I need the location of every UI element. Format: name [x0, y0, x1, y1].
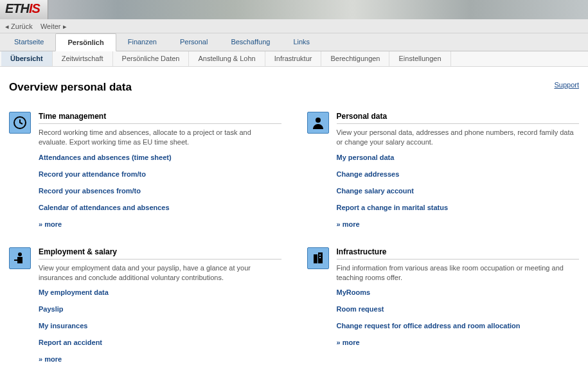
- section-desc: View your personal data, addresses and p…: [337, 128, 580, 147]
- link-change-addresses[interactable]: Change addresses: [337, 170, 580, 178]
- link-myrooms[interactable]: MyRooms: [337, 288, 580, 296]
- svg-rect-7: [319, 254, 321, 256]
- sub-tab--bersicht[interactable]: Übersicht: [1, 51, 53, 66]
- building-icon: [307, 247, 329, 269]
- main-tab-finanzen[interactable]: Finanzen: [116, 33, 168, 51]
- section-desc: Record working time and absences, alloca…: [39, 128, 281, 147]
- sub-tab-anstellung-lohn[interactable]: Anstellung & Lohn: [189, 51, 265, 66]
- logo-part1: ETH: [5, 1, 29, 15]
- svg-point-1: [18, 252, 22, 256]
- section-title: Personal data: [337, 112, 580, 124]
- more-link[interactable]: » more: [39, 355, 281, 363]
- main-tab-beschaffung[interactable]: Beschaffung: [219, 33, 281, 51]
- sub-tab-infrastruktur[interactable]: Infrastruktur: [265, 51, 322, 66]
- section-desc: Find information from various areas like…: [337, 263, 580, 283]
- header-banner: ETHIS: [0, 0, 588, 19]
- more-link[interactable]: » more: [337, 339, 580, 346]
- support-link[interactable]: Support: [554, 81, 579, 89]
- page-title: Overview personal data: [9, 81, 132, 94]
- main-tab-persönlich[interactable]: Persönlich: [55, 33, 116, 51]
- link-attendances-and-absences-time-sheet-[interactable]: Attendances and absences (time sheet): [39, 154, 281, 161]
- more-link[interactable]: » more: [39, 220, 281, 228]
- employee-icon: [9, 247, 31, 269]
- link-my-insurances[interactable]: My insurances: [39, 322, 281, 330]
- main-tab-startseite[interactable]: Startseite: [3, 33, 55, 51]
- main-tabs: StartseitePersönlichFinanzenPersonalBesc…: [0, 33, 588, 51]
- clock-icon: [9, 112, 31, 134]
- svg-point-4: [316, 118, 321, 123]
- section-title: Employment & salary: [39, 247, 281, 260]
- section-infrastructure: InfrastructureFind information from vari…: [307, 247, 580, 347]
- logo-part2: IS: [29, 1, 40, 15]
- history-bar: ◂ Zurück Weiter ▸: [0, 19, 588, 33]
- svg-rect-2: [17, 257, 22, 263]
- history-forward[interactable]: Weiter ▸: [40, 22, 67, 30]
- link-change-request-for-office-address-and-room-allocation[interactable]: Change request for office address and ro…: [337, 322, 580, 330]
- section-time-management: Time managementRecord working time and a…: [9, 112, 281, 228]
- link-room-request[interactable]: Room request: [337, 305, 580, 313]
- logo: ETHIS: [0, 0, 48, 19]
- sub-tab-einstellungen[interactable]: Einstellungen: [389, 51, 450, 66]
- more-link[interactable]: » more: [337, 220, 580, 228]
- section-title: Time management: [39, 112, 281, 124]
- svg-rect-8: [319, 257, 321, 258]
- person-icon: [307, 112, 329, 134]
- link-my-personal-data[interactable]: My personal data: [337, 154, 580, 161]
- link-change-salary-account[interactable]: Change salary account: [337, 187, 580, 195]
- link-payslip[interactable]: Payslip: [39, 305, 281, 313]
- content-area: Overview personal data Support Time mana…: [0, 67, 588, 370]
- sub-tabs: ÜbersichtZeitwirtschaftPersönliche Daten…: [0, 51, 588, 67]
- sub-tab-pers-nliche-daten[interactable]: Persönliche Daten: [113, 51, 190, 66]
- link-report-an-accident[interactable]: Report an accident: [39, 339, 281, 346]
- link-calendar-of-attendances-and-absences[interactable]: Calendar of attendances and absences: [39, 204, 281, 211]
- section-employment-salary: Employment & salaryView your employment …: [9, 247, 281, 364]
- link-record-your-absences-from-to[interactable]: Record your absences from/to: [39, 187, 281, 195]
- right-column: Personal dataView your personal data, ad…: [307, 112, 580, 370]
- main-tab-personal[interactable]: Personal: [168, 33, 219, 51]
- sub-tab-berechtigungen[interactable]: Berechtigungen: [321, 51, 389, 66]
- main-tab-links[interactable]: Links: [281, 33, 321, 51]
- left-column: Time managementRecord working time and a…: [9, 112, 281, 370]
- link-record-your-attendance-from-to[interactable]: Record your attendance from/to: [39, 170, 281, 178]
- section-personal-data: Personal dataView your personal data, ad…: [307, 112, 580, 228]
- section-title: Infrastructure: [337, 247, 580, 260]
- svg-rect-5: [314, 254, 317, 263]
- section-desc: View your employment data and your paysl…: [39, 263, 281, 283]
- sub-tab-zeitwirtschaft[interactable]: Zeitwirtschaft: [53, 51, 113, 66]
- link-my-employment-data[interactable]: My employment data: [39, 288, 281, 296]
- link-report-a-change-in-marital-status[interactable]: Report a change in marital status: [337, 204, 580, 211]
- history-back[interactable]: ◂ Zurück: [5, 22, 33, 30]
- svg-rect-3: [14, 260, 17, 261]
